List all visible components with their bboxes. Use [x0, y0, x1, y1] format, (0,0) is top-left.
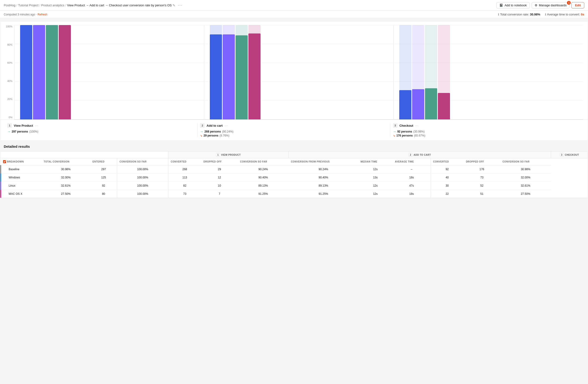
- stats-right: ℹ Total conversion rate: 30.98% ℹ Averag…: [498, 13, 584, 16]
- step-2-header: 2 Add to cart ···: [200, 123, 388, 128]
- th-conv-so-far-2[interactable]: CONVERSION SO FAR: [238, 158, 289, 165]
- step-label-3: 3 Checkout ··· → 92 persons (30.98%) ↘ 1…: [391, 123, 583, 137]
- group-1-num: 1: [216, 153, 220, 157]
- th-conv-from-prev[interactable]: CONVERSION FROM PREVIOUS: [289, 158, 358, 165]
- td-total-macos: 27.50%: [42, 190, 90, 198]
- cb-macos[interactable]: [3, 192, 7, 196]
- step-2-drop-count: 29 persons: [204, 134, 218, 137]
- th-converted-2[interactable]: CONVERTED: [168, 158, 201, 165]
- th-conv-so-far-3[interactable]: CONVERSION SO FAR: [500, 158, 551, 165]
- td-med2-baseline: 12s: [358, 165, 393, 174]
- group-3-num: 3: [560, 153, 564, 157]
- bar-g3-blue[interactable]: [399, 90, 411, 119]
- results-table-container: 1 VIEW PRODUCT 2 ADD TO CART 3 CHE: [0, 151, 588, 198]
- chart-inner: [14, 25, 583, 120]
- refresh-link[interactable]: Refresh: [37, 13, 47, 16]
- bar-wrapper-1-2: [33, 25, 45, 119]
- cb-windows[interactable]: [3, 176, 7, 179]
- edit-button[interactable]: Edit: [571, 2, 584, 8]
- th-median-time[interactable]: MEDIAN TIME: [358, 158, 393, 165]
- cb-baseline[interactable]: [3, 168, 7, 171]
- td-avg2-windows: 18s: [393, 174, 431, 182]
- step-3-dropped-row: ↘ 176 persons (65.67%): [393, 134, 581, 137]
- th-dropped-3[interactable]: DROPPED OFF: [463, 158, 500, 165]
- bar-g2-pink[interactable]: [248, 33, 261, 119]
- results-table: 1 VIEW PRODUCT 2 ADD TO CART 3 CHE: [0, 152, 588, 198]
- chart-container: 100% 80% 60% 40% 20% 0%: [0, 21, 588, 141]
- bar-wrapper-1-4: [59, 25, 71, 119]
- add-to-notebook-button[interactable]: 📓 Add to notebook: [496, 2, 530, 8]
- td-entered-linux: 92: [90, 182, 117, 190]
- step-2-num: 2: [200, 123, 205, 128]
- step-3-arrow-down: ↘: [393, 134, 395, 137]
- td-conv2-macos: 73: [168, 190, 201, 198]
- th-conv-so-far-1[interactable]: CONVERSION SO FAR: [117, 158, 168, 165]
- th-dropped-2[interactable]: DROPPED OFF: [201, 158, 238, 165]
- table-row: Baseline 30.98% 297 100.00% 268 29 90.24…: [1, 165, 588, 174]
- edit-title-button[interactable]: ✎: [173, 3, 175, 7]
- funnel-group-3: [394, 25, 583, 119]
- label-macos: MAC OS X: [9, 192, 22, 196]
- td-cfp2-windows: 90.40%: [289, 174, 358, 182]
- breadcrumb-section[interactable]: Product analytics: [41, 3, 64, 7]
- th-converted-3[interactable]: CONVERTED: [431, 158, 463, 165]
- bar-g1-purple[interactable]: [33, 25, 45, 119]
- td-avg2-macos: 18s: [393, 190, 431, 198]
- td-drop3-macos: 51: [463, 190, 500, 198]
- manage-dashboards-button[interactable]: ⚙ Manage dashboards 1: [532, 2, 570, 8]
- step-2-more[interactable]: ···: [225, 124, 228, 127]
- bar-g2-blue[interactable]: [210, 34, 222, 119]
- computed-text: Computed 3 minutes ago: [4, 13, 35, 16]
- td-entered-baseline: 297: [90, 165, 117, 174]
- step-2-conv-pct: (90.24%): [222, 130, 233, 133]
- td-conv2-windows: 113: [168, 174, 201, 182]
- bar-g1-blue[interactable]: [20, 25, 32, 119]
- group-header-3: 3 CHECKOUT: [551, 152, 588, 158]
- notebook-label: Add to notebook: [504, 3, 527, 7]
- bar-wrapper-2-2: [223, 25, 235, 119]
- th-avg-time[interactable]: AVERAGE TIME: [393, 158, 431, 165]
- td-drop2-macos: 7: [201, 190, 238, 198]
- bar-g2-teal[interactable]: [235, 35, 248, 119]
- bar-g1-pink[interactable]: [59, 25, 71, 119]
- td-med2-macos: 12s: [358, 190, 393, 198]
- chart-area: 100% 80% 60% 40% 20% 0%: [0, 21, 588, 120]
- more-options-button[interactable]: ···: [176, 3, 184, 8]
- cb-linux[interactable]: [3, 184, 7, 187]
- step-1-more[interactable]: ···: [35, 124, 38, 127]
- select-all-checkbox[interactable]: [3, 160, 6, 163]
- y-label-100: 100%: [5, 25, 14, 28]
- th-breakdown[interactable]: BREAKDOWN: [1, 158, 42, 165]
- td-entered-macos: 80: [90, 190, 117, 198]
- step-3-converted-row: → 92 persons (30.98%): [393, 130, 581, 134]
- breadcrumb-app[interactable]: PostHog: [4, 3, 15, 7]
- step-1-arrow: →: [7, 130, 11, 134]
- th-entered[interactable]: ENTERED: [90, 158, 117, 165]
- td-drop2-windows: 12: [201, 174, 238, 182]
- td-conv1-windows: 100.00%: [117, 174, 168, 182]
- breadcrumb-sep-2: /: [39, 3, 40, 7]
- step-3-conv-pct: (30.98%): [413, 130, 425, 133]
- td-entered-windows: 125: [90, 174, 117, 182]
- td-conv3-linux: 30: [431, 182, 463, 190]
- y-label-40: 40%: [5, 80, 14, 82]
- step-2-drop-pct: (9.76%): [220, 134, 230, 137]
- td-total-linux: 32.61%: [42, 182, 90, 190]
- td-conv1-linux: 100.00%: [117, 182, 168, 190]
- bar-g1-teal[interactable]: [46, 25, 58, 119]
- app-header: PostHog / Tutorial Project / Product ana…: [0, 0, 588, 11]
- td-csf3-linux: 32.61%: [500, 182, 551, 190]
- th-total-conversion[interactable]: TOTAL CONVERSION: [42, 158, 90, 165]
- subheader: Computed 3 minutes ago · Refresh ℹ Total…: [0, 11, 588, 18]
- step-3-more[interactable]: ···: [415, 124, 419, 127]
- td-breakdown-windows: Windows: [1, 174, 42, 182]
- empty-group-header: [1, 152, 168, 158]
- breadcrumb-project[interactable]: Tutorial Project: [18, 3, 39, 7]
- label-windows: Windows: [9, 176, 20, 179]
- label-baseline: Baseline: [9, 168, 20, 171]
- bar-g3-pink[interactable]: [438, 93, 450, 119]
- bar-g3-purple[interactable]: [412, 89, 424, 119]
- bar-g2-purple[interactable]: [223, 34, 235, 119]
- step-1-header: 1 View Product ···: [7, 123, 195, 128]
- bar-g3-teal[interactable]: [425, 88, 437, 119]
